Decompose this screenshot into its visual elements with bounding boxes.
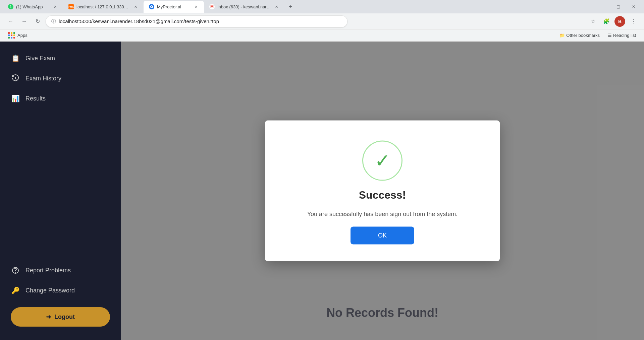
tab-bar: 1 (1) WhatsApp ✕ PMA localhost / 127.0.0… [0, 0, 644, 13]
reading-list-icon: ☰ [608, 33, 612, 38]
reading-list[interactable]: ☰ Reading list [605, 31, 639, 39]
tab-close-gmail[interactable]: ✕ [274, 4, 279, 9]
reload-button[interactable]: ↻ [32, 16, 43, 27]
give-exam-label: Give Exam [25, 55, 55, 62]
profile-avatar[interactable]: B [614, 16, 625, 27]
browser-chrome: 1 (1) WhatsApp ✕ PMA localhost / 127.0.0… [0, 0, 644, 42]
page-content: ✓ Success! You are successfully has been… [121, 42, 644, 340]
address-bar[interactable]: ⓘ localhost:5000/keswani.narender.18bsd0… [46, 15, 347, 27]
close-button[interactable]: ✕ [626, 0, 641, 13]
bookmarks-right: 📁 Other bookmarks ☰ Reading list [554, 31, 639, 39]
main-content: 📋 Give Exam Exam History 📊 Results [0, 42, 644, 340]
report-icon [11, 266, 20, 275]
menu-icon[interactable]: ⋮ [628, 16, 639, 27]
results-icon: 📊 [11, 94, 20, 103]
forward-button[interactable]: → [19, 16, 30, 27]
change-password-label: Change Password [25, 287, 75, 294]
tab-title-gmail: Inbox (630) - keswani.narend [217, 4, 271, 9]
sidebar-item-exam-history[interactable]: Exam History [0, 68, 121, 88]
apps-bookmark[interactable]: Apps [5, 31, 30, 40]
other-bookmarks-label: Other bookmarks [566, 33, 600, 38]
results-label: Results [25, 95, 46, 102]
svg-point-2 [151, 6, 152, 7]
sidebar-item-change-password[interactable]: 🔑 Change Password [0, 280, 121, 300]
ok-button[interactable]: OK [351, 227, 414, 245]
omnibox-actions: ☆ 🧩 B ⋮ [588, 16, 639, 27]
tab-whatsapp[interactable]: 1 (1) WhatsApp ✕ [3, 1, 63, 13]
report-problems-label: Report Problems [25, 267, 71, 274]
extensions-icon[interactable]: 🧩 [601, 16, 612, 27]
bookmark-star-icon[interactable]: ☆ [588, 16, 598, 27]
gmail-favicon: M [209, 4, 215, 9]
dialog-title: Success! [359, 189, 406, 201]
reading-list-label: Reading list [613, 33, 636, 38]
window-controls: ─ ▢ ✕ [595, 0, 641, 13]
exam-history-label: Exam History [25, 75, 61, 82]
pma-favicon: PMA [68, 4, 74, 9]
give-exam-icon: 📋 [11, 54, 20, 63]
sidebar-item-report-problems[interactable]: Report Problems [0, 260, 121, 280]
maximize-button[interactable]: ▢ [610, 0, 626, 13]
tab-close-whatsapp[interactable]: ✕ [52, 4, 58, 9]
tab-gmail[interactable]: M Inbox (630) - keswani.narend ✕ [204, 1, 284, 13]
checkmark-icon: ✓ [375, 151, 390, 170]
sidebar: 📋 Give Exam Exam History 📊 Results [0, 42, 121, 340]
back-button[interactable]: ← [5, 16, 16, 27]
dialog-message: You are successfully has been sign out f… [307, 209, 458, 219]
sidebar-item-give-exam[interactable]: 📋 Give Exam [0, 48, 121, 68]
logout-button[interactable]: ➜ Logout [11, 307, 110, 327]
tab-localhost[interactable]: PMA localhost / 127.0.0.1:3308 / c ✕ [63, 1, 144, 13]
url-text: localhost:5000/keswani.narender.18bsd021… [59, 18, 342, 24]
logout-label: Logout [54, 314, 75, 321]
new-tab-button[interactable]: + [286, 2, 295, 11]
myproctor-favicon [149, 4, 154, 9]
tab-title-whatsapp: (1) WhatsApp [16, 4, 50, 9]
bookmarks-divider [554, 32, 554, 39]
success-circle: ✓ [362, 140, 402, 181]
tab-title-localhost: localhost / 127.0.0.1:3308 / c [76, 4, 130, 9]
apps-label: Apps [17, 33, 28, 38]
tab-title-myproctor: MyProctor.ai [157, 4, 191, 9]
whatsapp-favicon: 1 [8, 4, 13, 9]
bookmarks-bar: Apps 📁 Other bookmarks ☰ Reading list [0, 29, 644, 42]
other-bookmarks[interactable]: 📁 Other bookmarks [557, 31, 602, 39]
sidebar-item-results[interactable]: 📊 Results [0, 88, 121, 109]
tab-myproctor[interactable]: MyProctor.ai ✕ [144, 1, 204, 13]
logout-icon: ➜ [46, 313, 51, 321]
apps-grid-icon [8, 32, 15, 39]
omnibox-bar: ← → ↻ ⓘ localhost:5000/keswani.narender.… [0, 13, 644, 29]
svg-point-4 [15, 272, 16, 273]
minimize-button[interactable]: ─ [595, 0, 610, 13]
exam-history-icon [11, 74, 20, 83]
success-dialog: ✓ Success! You are successfully has been… [265, 120, 500, 261]
tab-close-myproctor[interactable]: ✕ [193, 4, 199, 9]
tab-close-localhost[interactable]: ✕ [133, 4, 138, 9]
lock-icon: ⓘ [51, 18, 56, 24]
folder-icon: 📁 [559, 33, 565, 38]
password-icon: 🔑 [11, 286, 20, 295]
